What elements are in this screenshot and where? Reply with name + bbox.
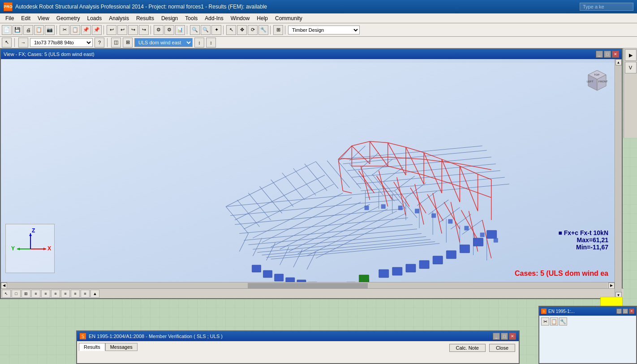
scroll-right-btn[interactable]: ▶: [608, 283, 615, 289]
view-minimize-btn[interactable]: _: [596, 51, 603, 58]
en-verification-dialog: S EN 1995-1:2004/A1:2008 - Member Verifi…: [76, 330, 520, 364]
sw-btn3[interactable]: 🔧: [559, 317, 567, 325]
vbt-btn2[interactable]: □: [12, 290, 21, 298]
view-maximize-btn[interactable]: □: [604, 51, 611, 58]
en-close-btn[interactable]: ✕: [509, 333, 516, 340]
view-close-btn[interactable]: ✕: [612, 51, 619, 58]
menu-results[interactable]: Results: [133, 14, 158, 22]
h-scroll-thumb[interactable]: [248, 283, 368, 288]
vbt-btn10[interactable]: ▲: [90, 290, 99, 298]
grid-btn[interactable]: ⊞: [273, 25, 283, 35]
menu-loads[interactable]: Loads: [84, 14, 106, 22]
rmp-btn2[interactable]: V: [625, 62, 637, 73]
svg-marker-161: [43, 248, 46, 250]
horizontal-scrollbar[interactable]: ◀ ▶: [1, 282, 615, 288]
v-scroll-track[interactable]: [615, 65, 622, 292]
sw-close-btn[interactable]: ✕: [629, 308, 634, 314]
rotate-btn[interactable]: ⟳: [248, 25, 258, 35]
tb2-query-btn[interactable]: ?: [95, 38, 104, 47]
title-bar-right: [580, 3, 633, 11]
menu-file[interactable]: File: [2, 14, 17, 22]
close-dialog-btn[interactable]: Close: [489, 344, 515, 352]
print-btn[interactable]: 🖨: [23, 25, 33, 35]
wrench-btn[interactable]: 🔧: [258, 25, 268, 35]
menu-addins[interactable]: Add-Ins: [201, 14, 227, 22]
scroll-up-btn[interactable]: ▲: [615, 59, 622, 65]
vbt-btn6[interactable]: ≡: [51, 290, 60, 298]
timber-design-dropdown[interactable]: Timber Design: [288, 26, 360, 34]
camera-btn[interactable]: 📷: [45, 25, 55, 35]
tab-results[interactable]: Results: [79, 343, 105, 351]
vbt-btn1[interactable]: ↖: [2, 290, 11, 298]
paste2-btn[interactable]: 📌: [92, 25, 102, 35]
menu-view[interactable]: View: [34, 14, 53, 22]
svg-rect-149: [431, 213, 436, 218]
select-btn[interactable]: ↖: [226, 25, 236, 35]
search-input[interactable]: [580, 3, 633, 11]
print2-btn[interactable]: 📋: [34, 25, 44, 35]
vbt-btn8[interactable]: ≡: [71, 290, 80, 298]
menu-edit[interactable]: Edit: [17, 14, 34, 22]
tb2-btn6[interactable]: ↕: [206, 38, 216, 47]
magnify-btn[interactable]: ✦: [211, 25, 221, 35]
en-maximize-btn[interactable]: □: [501, 333, 508, 340]
menu-analysis[interactable]: Analysis: [105, 14, 133, 22]
menu-geometry[interactable]: Geometry: [53, 14, 84, 22]
svg-rect-138: [406, 264, 416, 272]
menu-help[interactable]: Help: [253, 14, 271, 22]
menu-community[interactable]: Community: [271, 14, 306, 22]
tb2-btn2[interactable]: →: [18, 38, 28, 47]
tab-messages[interactable]: Messages: [105, 343, 138, 351]
save-btn[interactable]: 💾: [13, 25, 22, 35]
legend-line3: Min=-11,67: [558, 244, 608, 251]
redo2-btn[interactable]: ↪: [139, 25, 149, 35]
svg-rect-151: [464, 226, 469, 231]
undo2-btn[interactable]: ↩: [117, 25, 127, 35]
vbt-btn4[interactable]: ≡: [31, 290, 40, 298]
svg-text:X: X: [47, 245, 51, 252]
svg-marker-164: [17, 248, 20, 250]
sw-maximize-btn[interactable]: □: [623, 308, 628, 314]
zoom-btn[interactable]: 🔍: [190, 25, 200, 35]
sw-btn2[interactable]: 📋: [550, 317, 558, 325]
calc-note-btn[interactable]: Calc. Note: [449, 344, 486, 352]
second-window-toolbar: ✂ 📋 🔧: [541, 317, 634, 325]
calc2-btn[interactable]: ⚙: [164, 25, 174, 35]
tb2-btn5[interactable]: ↕: [194, 38, 204, 47]
redo-btn[interactable]: ↪: [128, 25, 138, 35]
undo-btn[interactable]: ↩: [107, 25, 116, 35]
vertical-scrollbar[interactable]: ▲ ▼: [615, 59, 622, 298]
sw-minimize-btn[interactable]: _: [616, 308, 622, 314]
vbt-btn7[interactable]: ≡: [61, 290, 70, 298]
view-cube[interactable]: TOP LEFT FRONT: [581, 64, 613, 95]
scroll-left-btn[interactable]: ◀: [1, 283, 7, 289]
vbt-btn5[interactable]: ≡: [41, 290, 50, 298]
vbt-btn3[interactable]: ⊞: [22, 290, 30, 298]
new-btn[interactable]: 📄: [2, 25, 12, 35]
zoom2-btn[interactable]: 🔍: [201, 25, 211, 35]
load-case-dropdown[interactable]: ULS dom wind east: [134, 38, 193, 47]
menu-window[interactable]: Window: [227, 14, 254, 22]
move-btn[interactable]: ✥: [237, 25, 247, 35]
results-btn[interactable]: 📊: [175, 25, 185, 35]
viewport[interactable]: TOP LEFT FRONT X Y Z: [1, 59, 622, 287]
copy-btn[interactable]: 📋: [70, 25, 80, 35]
h-scroll-track[interactable]: [8, 283, 607, 288]
menu-design[interactable]: Design: [158, 14, 181, 22]
sep3: [151, 26, 152, 34]
sw-btn1[interactable]: ✂: [541, 317, 549, 325]
svg-rect-144: [487, 231, 497, 239]
node-range-dropdown[interactable]: 1to73 77to88 94to: [30, 38, 93, 47]
paste-btn[interactable]: 📌: [81, 25, 91, 35]
vbt-btn9[interactable]: ≡: [81, 290, 90, 298]
en-minimize-btn[interactable]: _: [493, 333, 500, 340]
cut-btn[interactable]: ✂: [60, 25, 69, 35]
menu-tools[interactable]: Tools: [181, 14, 201, 22]
view-title-bar: View - FX; Cases: 5 (ULS dom wind east) …: [1, 49, 622, 59]
tb2-btn4[interactable]: ⊞: [123, 38, 133, 47]
rmp-btn1[interactable]: ▶: [625, 49, 637, 61]
title-bar-left: PRO Autodesk Robot Structural Analysis P…: [4, 2, 267, 11]
tb2-btn1[interactable]: ↖: [2, 38, 12, 47]
calc-btn[interactable]: ⚙: [154, 25, 164, 35]
tb2-btn3[interactable]: ◫: [111, 38, 121, 47]
